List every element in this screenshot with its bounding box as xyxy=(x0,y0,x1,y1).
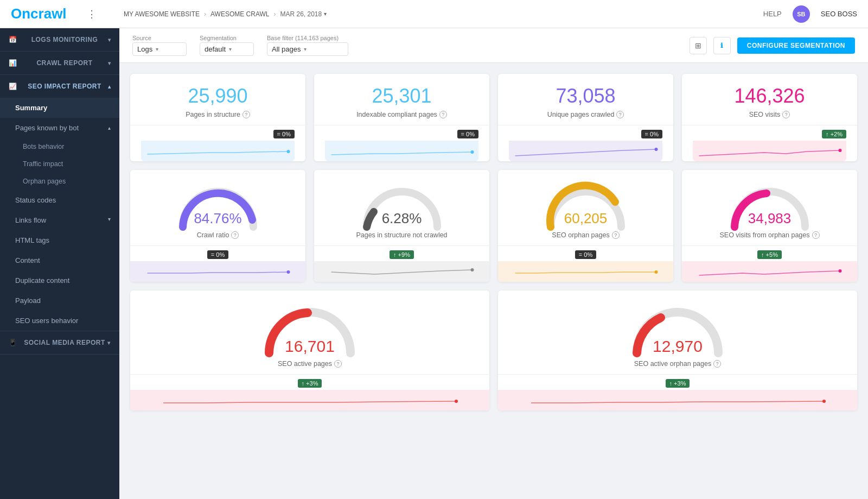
seo-orphan-info[interactable]: ? xyxy=(612,231,620,239)
user-avatar: SB xyxy=(793,5,810,23)
crawl-ratio-footer: = 0% xyxy=(207,246,228,261)
indexable-info[interactable]: ? xyxy=(439,111,447,118)
visits-orphan-gauge: 34,983 xyxy=(726,181,813,227)
breadcrumb-date[interactable]: MAR 26, 2018 ▾ xyxy=(280,10,327,18)
logs-label: LOGS MONITORING xyxy=(31,36,98,43)
seg-select[interactable]: default ▾ xyxy=(200,42,254,56)
seo-label: SEO IMPACT REPORT xyxy=(28,83,101,90)
pages-structure-badge: = 0% xyxy=(273,130,295,138)
seo-orphan-sparkline xyxy=(498,261,673,282)
seo-active-footer: ↑ +3% xyxy=(298,375,322,390)
sidebar-crawl-header[interactable]: 📊 CRAWL REPORT ▾ xyxy=(0,52,119,74)
presentation-btn[interactable]: ⊞ xyxy=(690,37,707,54)
sidebar-item-content[interactable]: Content xyxy=(0,250,119,270)
sidebar-item-links[interactable]: Links flow ▾ xyxy=(0,210,119,230)
sidebar-item-bots[interactable]: Bots behavior xyxy=(0,138,119,155)
breadcrumb-crawl[interactable]: AWESOME CRAWL xyxy=(210,10,269,18)
configure-btn[interactable]: CONFIGURE SEGMENTATION xyxy=(737,37,855,54)
seo-active-orphan-value: 12,970 xyxy=(629,337,726,356)
seo-visits-footer: ↑ +2% xyxy=(693,125,846,141)
indexable-badge: = 0% xyxy=(457,130,478,138)
unique-sparkline xyxy=(509,141,662,161)
seo-orphan-footer: = 0% xyxy=(575,246,596,261)
dashboard: 25,990 Pages in structure ? = 0% xyxy=(119,63,868,499)
visits-orphan-info[interactable]: ? xyxy=(812,231,820,239)
logs-icon: 📅 xyxy=(9,36,17,43)
seo-visits-label: SEO visits ? xyxy=(693,111,846,118)
seo-active-orphan-badge: ↑ +3% xyxy=(666,379,690,388)
seo-chevron: ▴ xyxy=(108,84,111,90)
crawl-ratio-gauge: 84.76% xyxy=(175,181,261,227)
social-icon: 📱 xyxy=(9,339,17,346)
svg-point-0 xyxy=(287,150,290,153)
crawl-ratio-sparkline xyxy=(130,261,305,282)
card-indexable: 25,301 Indexable compliant pages ? = 0% xyxy=(314,74,489,161)
sidebar-item-status[interactable]: Status codes xyxy=(0,190,119,210)
indexable-label: Indexable compliant pages ? xyxy=(325,111,478,118)
seo-active-gauge: 16,701 xyxy=(261,301,359,356)
sidebar-social-header[interactable]: 📱 SOCIAL MEDIA REPORT ▾ xyxy=(0,331,119,354)
logo-on: On xyxy=(11,5,30,22)
sidebar-section-seo: 📈 SEO IMPACT REPORT ▴ Summary Pages know… xyxy=(0,75,119,331)
info-btn[interactable]: ℹ xyxy=(713,37,731,54)
seo-icon: 📈 xyxy=(9,83,17,90)
svg-point-3 xyxy=(839,149,842,152)
sidebar-item-html[interactable]: HTML tags xyxy=(0,230,119,250)
sidebar-item-duplicate[interactable]: Duplicate content xyxy=(0,270,119,290)
seo-orphan-value: 60,205 xyxy=(542,210,629,227)
sidebar-logs-header[interactable]: 📅 LOGS MONITORING ▾ xyxy=(0,28,119,51)
seo-visits-badge: ↑ +2% xyxy=(822,130,846,138)
social-chevron: ▾ xyxy=(107,340,111,346)
pages-known-label: Pages known by bot xyxy=(15,124,79,132)
sidebar-item-traffic[interactable]: Traffic impact xyxy=(0,155,119,173)
card-seo-orphan: 60,205 SEO orphan pages ? = 0% xyxy=(498,170,673,282)
unique-badge: = 0% xyxy=(641,130,662,138)
sidebar-item-orphan[interactable]: Orphan pages xyxy=(0,173,119,190)
seo-active-orphan-info[interactable]: ? xyxy=(713,360,721,368)
svg-point-6 xyxy=(655,270,658,274)
breadcrumb-sep2: › xyxy=(273,10,276,18)
not-crawled-sparkline xyxy=(314,261,489,282)
pages-structure-info[interactable]: ? xyxy=(242,111,250,118)
indexable-sparkline xyxy=(325,141,478,161)
sidebar-item-pages-known[interactable]: Pages known by bot ▴ xyxy=(0,118,119,138)
logs-chevron: ▾ xyxy=(108,37,111,43)
unique-info[interactable]: ? xyxy=(616,111,624,118)
card-seo-active: 16,701 SEO active pages ? ↑ +3% xyxy=(130,290,489,410)
user-name: SEO BOSS xyxy=(821,10,857,18)
visits-orphan-sparkline xyxy=(682,261,857,282)
seo-active-info[interactable]: ? xyxy=(334,360,342,368)
crawl-chevron: ▾ xyxy=(108,60,111,66)
sidebar-seo-header[interactable]: 📈 SEO IMPACT REPORT ▴ xyxy=(0,75,119,98)
pages-known-chevron: ▴ xyxy=(108,125,111,131)
source-select[interactable]: Logs ▾ xyxy=(132,42,187,56)
crawl-ratio-value: 84.76% xyxy=(175,210,261,227)
menu-dots[interactable]: ⋮ xyxy=(87,8,97,20)
metrics-row-1: 25,990 Pages in structure ? = 0% xyxy=(130,74,857,161)
unique-label: Unique pages crawled ? xyxy=(509,111,662,118)
breadcrumb-site[interactable]: MY AWESOME WEBSITE xyxy=(124,10,200,18)
sidebar-item-summary[interactable]: Summary xyxy=(0,98,119,118)
help-button[interactable]: HELP xyxy=(763,10,782,18)
sidebar-item-payload[interactable]: Payload xyxy=(0,290,119,311)
indexable-value: 25,301 xyxy=(325,85,478,108)
card-unique-pages: 73,058 Unique pages crawled ? = 0% xyxy=(498,74,673,161)
pages-structure-value: 25,990 xyxy=(141,85,295,108)
metrics-row-3: 16,701 SEO active pages ? ↑ +3% xyxy=(130,290,857,410)
card-crawl-ratio: 84.76% Crawl ratio ? = 0% xyxy=(130,170,305,282)
base-select[interactable]: All pages ▾ xyxy=(267,42,348,56)
sidebar-item-seo-users[interactable]: SEO users behavior xyxy=(0,311,119,331)
unique-value: 73,058 xyxy=(509,85,662,108)
logo-crawl: crawl xyxy=(30,5,67,22)
crawl-ratio-label: Crawl ratio ? xyxy=(197,231,239,239)
date-chevron: ▾ xyxy=(324,11,327,17)
not-crawled-gauge: 6.28% xyxy=(359,181,445,227)
crawl-ratio-info[interactable]: ? xyxy=(231,231,239,239)
indexable-footer: = 0% xyxy=(325,125,478,141)
filter-bar: Source Logs ▾ Segmentation default ▾ Bas… xyxy=(119,28,868,63)
segmentation-filter: Segmentation default ▾ xyxy=(200,35,254,56)
seo-visits-info[interactable]: ? xyxy=(782,111,790,118)
visits-orphan-value: 34,983 xyxy=(726,210,813,227)
seo-active-label: SEO active pages ? xyxy=(278,360,342,368)
sidebar: 📅 LOGS MONITORING ▾ 📊 CRAWL REPORT ▾ 📈 S… xyxy=(0,28,119,499)
